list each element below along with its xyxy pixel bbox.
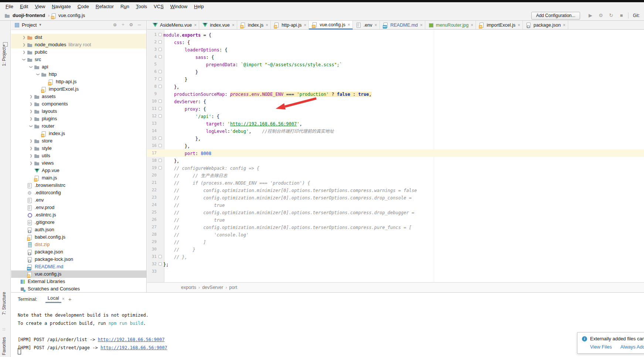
- tree-item-assets[interactable]: ❯assets: [11, 93, 146, 100]
- tree-item-layouts[interactable]: ❯layouts: [11, 108, 146, 115]
- fold-marker[interactable]: [157, 75, 163, 83]
- stop-icon[interactable]: ■: [616, 11, 627, 20]
- stripe-favorites-button[interactable]: 2: Favorites: [1, 337, 7, 357]
- breadcrumb-port[interactable]: port: [229, 285, 237, 290]
- chevron-down-icon[interactable]: ❯: [20, 57, 28, 63]
- tree-item-scratches-and-consoles[interactable]: Scratches and Consoles: [11, 285, 146, 292]
- tab-readme-md[interactable]: README.md×: [380, 21, 425, 29]
- breadcrumb-devserver[interactable]: devServer: [202, 285, 223, 290]
- fold-marker[interactable]: [157, 135, 163, 142]
- chevron-right-icon[interactable]: ❯: [28, 145, 34, 152]
- terminal-output[interactable]: Note that the development build is not o…: [18, 311, 167, 352]
- tree-item-api[interactable]: ❯api: [11, 63, 146, 71]
- fold-marker[interactable]: [157, 98, 163, 105]
- tree-item-browserslistrc[interactable]: .browserslistrc: [11, 182, 146, 189]
- breadcrumb-project[interactable]: duoji-frontend: [13, 11, 45, 20]
- close-icon[interactable]: ×: [374, 23, 377, 28]
- close-icon[interactable]: ×: [232, 23, 235, 28]
- tree-item-views[interactable]: ❯views: [11, 159, 146, 167]
- close-icon[interactable]: ×: [420, 23, 423, 28]
- tab-http-api-js[interactable]: http-api.js×: [271, 21, 309, 29]
- tab-index-vue[interactable]: index.vue×: [199, 21, 237, 29]
- add-configuration-button[interactable]: Add Configuration...: [531, 12, 580, 20]
- fold-marker[interactable]: [157, 112, 163, 120]
- tree-item-eslintrc-js[interactable]: .eslintrc.js: [11, 211, 146, 219]
- close-icon[interactable]: ×: [194, 23, 197, 28]
- tab-env[interactable]: .env×: [353, 21, 380, 29]
- fold-marker[interactable]: [157, 46, 163, 53]
- tree-item-http[interactable]: ❯http: [11, 71, 146, 78]
- fold-marker[interactable]: [157, 31, 163, 38]
- close-icon[interactable]: ×: [348, 22, 350, 27]
- view-files-link[interactable]: View Files: [590, 344, 612, 350]
- tree-item-node-modules[interactable]: ❯node_moduleslibrary root: [11, 41, 146, 48]
- tree-item-vue-config-js[interactable]: vue.config.js: [11, 270, 146, 278]
- tree-item-editorconfig[interactable]: .editorconfig: [11, 189, 146, 196]
- menu-navigate[interactable]: Navigate: [48, 2, 74, 11]
- close-icon[interactable]: ×: [62, 296, 65, 302]
- chevron-down-icon[interactable]: ❯: [27, 64, 35, 70]
- chevron-right-icon[interactable]: ❯: [28, 137, 34, 145]
- tree-item-auth-json[interactable]: auth.json: [11, 226, 146, 233]
- tree-item-http-api-js[interactable]: http-api.js: [11, 78, 146, 85]
- tree-item-package-lock-json[interactable]: package-lock.json: [11, 256, 146, 263]
- collapse-all-icon[interactable]: ÷: [119, 21, 127, 29]
- chevron-right-icon[interactable]: ❯: [28, 100, 34, 108]
- chevron-right-icon[interactable]: ❯: [28, 152, 34, 159]
- menu-file[interactable]: File: [2, 2, 17, 11]
- chevron-down-icon[interactable]: ❯: [34, 71, 42, 77]
- menu-run[interactable]: Run: [117, 2, 133, 11]
- tree-item-dist-zip[interactable]: dist.zip: [11, 241, 146, 248]
- close-icon[interactable]: ×: [563, 23, 566, 28]
- fold-marker[interactable]: [157, 142, 163, 149]
- always-add-link[interactable]: Always Add: [620, 344, 644, 350]
- tab-importexcel-js[interactable]: importExcel.js×: [476, 21, 523, 29]
- tree-item-store[interactable]: ❯store: [11, 137, 146, 145]
- chevron-right-icon[interactable]: ❯: [21, 41, 27, 48]
- tree-item-public[interactable]: ❯public: [11, 48, 146, 56]
- tree-item-router[interactable]: ❯router: [11, 122, 146, 130]
- tree-item-env-prod[interactable]: .env.prod: [11, 204, 146, 211]
- chevron-down-icon[interactable]: ❯: [27, 123, 35, 129]
- chevron-right-icon[interactable]: ❯: [28, 108, 34, 115]
- tree-item-env[interactable]: .env: [11, 196, 146, 204]
- tab-index-js[interactable]: index.js×: [237, 21, 271, 29]
- close-icon[interactable]: ×: [266, 23, 268, 28]
- fold-marker[interactable]: [157, 260, 163, 268]
- tree-item-gitignore[interactable]: .gitignore: [11, 219, 146, 226]
- fold-marker[interactable]: [157, 157, 163, 164]
- tree-item-style[interactable]: ❯style: [11, 145, 146, 152]
- tree-item-components[interactable]: ❯components: [11, 100, 146, 108]
- chevron-right-icon[interactable]: ❯: [28, 159, 34, 167]
- refresh-icon[interactable]: ↻: [606, 11, 616, 20]
- stripe-structure-button[interactable]: 7: Structure: [1, 292, 7, 315]
- close-icon[interactable]: ×: [471, 23, 473, 28]
- fold-marker[interactable]: [157, 253, 163, 260]
- close-icon[interactable]: ×: [518, 23, 520, 28]
- stripe-project-button[interactable]: 1: Project: [1, 47, 7, 66]
- menu-edit[interactable]: Edit: [17, 2, 31, 11]
- settings-icon[interactable]: ⚙: [127, 21, 135, 29]
- menu-refactor[interactable]: Refactor: [92, 2, 117, 11]
- chevron-right-icon[interactable]: ❯: [21, 34, 27, 41]
- locate-icon[interactable]: ⊕: [111, 21, 119, 29]
- menu-vcs[interactable]: VCS: [150, 2, 167, 11]
- tree-item-external-libraries[interactable]: External Libraries: [11, 278, 146, 285]
- code-editor[interactable]: 1module.exports = {2 css: {3 loaderOptio…: [147, 30, 644, 282]
- tab-vue-config-js[interactable]: vue.config.js×: [309, 21, 353, 30]
- git-menu[interactable]: Git:: [633, 11, 644, 20]
- tree-item-readme-md[interactable]: README.md: [11, 263, 146, 270]
- tree-item-utils[interactable]: ❯utils: [11, 152, 146, 159]
- menu-window[interactable]: Window: [167, 2, 191, 11]
- project-panel-title[interactable]: Project: [22, 21, 37, 29]
- terminal-link[interactable]: http://192.168.66.56:9007: [98, 337, 165, 342]
- tree-item-babel-config-js[interactable]: babel.config.js: [11, 233, 146, 241]
- tree-item-importexcel-js[interactable]: importExcel.js: [11, 85, 146, 93]
- fold-marker[interactable]: [157, 164, 163, 172]
- fold-marker[interactable]: [157, 83, 163, 90]
- menu-tools[interactable]: Tools: [133, 2, 150, 11]
- tab-asidemenu-vue[interactable]: AsideMenu.vue×: [149, 21, 199, 29]
- breadcrumb-file[interactable]: vue.config.js: [58, 11, 85, 20]
- tree-item-plugins[interactable]: ❯plugins: [11, 115, 146, 122]
- tree-item-main-js[interactable]: main.js: [11, 174, 146, 182]
